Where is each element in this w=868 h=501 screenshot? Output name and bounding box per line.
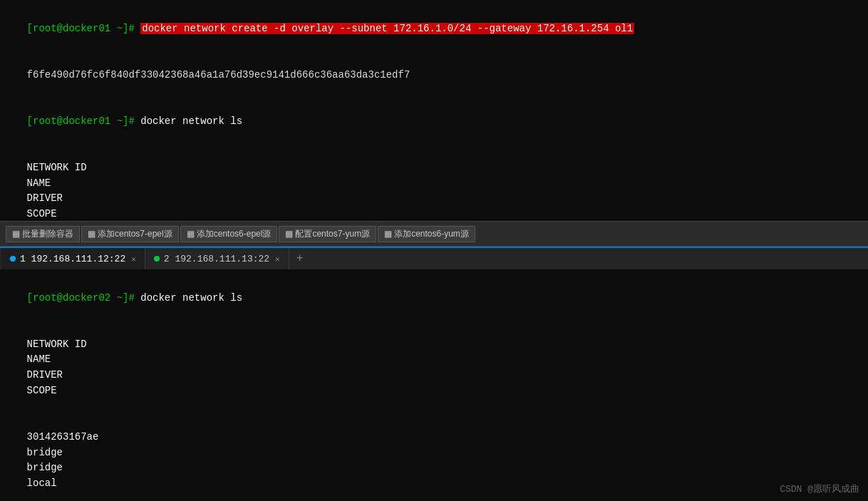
tab-label-1: 1 192.168.111.12:22 [20,254,125,264]
col-network-id: NETWORK ID [27,160,120,176]
tab-label-2: 2 192.168.111.13:22 [164,254,269,264]
prompt-2: [root@docker01 ~]# [27,115,141,127]
terminal-bottom[interactable]: [root@docker02 ~]# docker network ls NET… [0,269,868,501]
bottom-prompt-1: [root@docker02 ~]# [27,292,141,304]
hash-text: f6fe490d76fc6f840df33042368a46a1a76d39ec… [27,69,410,81]
tab-close-1[interactable]: ✕ [131,254,136,264]
table-row: 3014263167ae bridge bridge local [3,414,865,501]
terminal-line-2: [root@docker01 ~]# docker network ls [3,98,865,145]
tab-1[interactable]: 1 192.168.111.12:22 ✕ [1,248,145,269]
col-scope: SCOPE [27,207,84,222]
bottom-cmd-1: docker network ls [140,292,242,304]
table-header-top: NETWORK ID NAME DRIVER SCOPE [3,145,865,237]
tab-dot-1 [10,256,16,262]
prompt-1: [root@docker01 ~]# [27,23,141,34]
tab-2[interactable]: 2 192.168.111.13:22 ✕ [145,248,289,269]
tab-dot-2 [154,256,160,262]
terminal-top[interactable]: [root@docker01 ~]# docker network create… [0,0,868,221]
cmd-2: docker network ls [140,115,242,127]
col-driver: DRIVER [27,191,98,207]
watermark: CSDN @愿听风成曲 [780,482,859,495]
tab-close-2[interactable]: ✕ [275,254,280,264]
bottom-line-1: [root@docker02 ~]# docker network ls [3,275,865,321]
hash-output: f6fe490d76fc6f840df33042368a46a1a76d39ec… [3,52,865,98]
col-name: NAME [27,176,170,192]
cmd-1: docker network create -d overlay --subne… [140,23,634,34]
terminal-line-1: [root@docker01 ~]# docker network create… [3,6,865,52]
bottom-header-1: NETWORK ID NAME DRIVER SCOPE [3,321,865,414]
